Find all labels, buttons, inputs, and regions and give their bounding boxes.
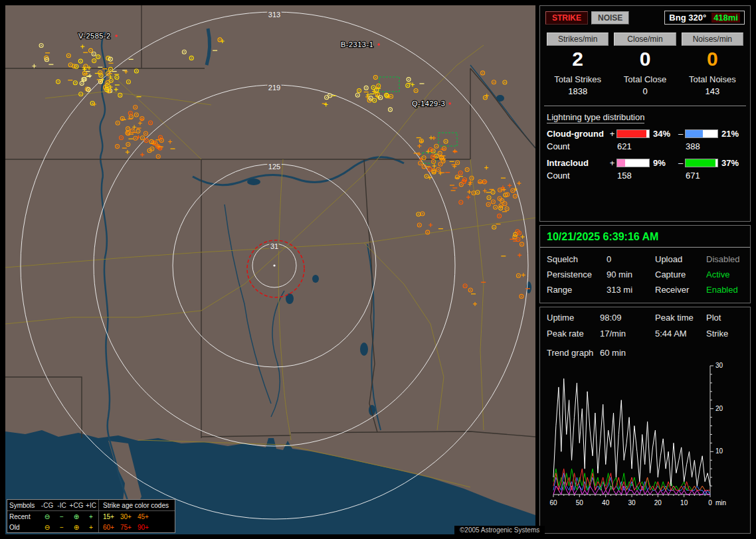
range-value: 313 mi bbox=[607, 285, 655, 295]
receiver-center-marker bbox=[273, 264, 275, 266]
plus-sign: + bbox=[608, 158, 616, 168]
ring-label-313: 313 bbox=[268, 11, 280, 19]
capture-status: Active bbox=[706, 270, 743, 279]
age-code-90+: 90+ bbox=[138, 524, 149, 531]
total-noises-label: Total Noises bbox=[682, 74, 743, 84]
legend-symbols-header: Symbols bbox=[9, 502, 40, 509]
legend-old-label: Old bbox=[9, 524, 40, 531]
plus-sign: + bbox=[608, 129, 616, 139]
persistence-value: 90 min bbox=[607, 270, 655, 279]
ic-minus-bar bbox=[685, 159, 718, 167]
side-panel: STRIKE NOISE Bng 320° 418mi Strikes/min … bbox=[539, 5, 751, 534]
svg-text:20: 20 bbox=[715, 405, 723, 412]
roads bbox=[5, 45, 535, 487]
strike-mode-button[interactable]: STRIKE bbox=[545, 11, 588, 25]
close-per-min-button[interactable]: Close/min bbox=[614, 33, 676, 46]
minus-sign: – bbox=[676, 158, 685, 168]
legend-recent-label: Recent bbox=[9, 513, 40, 520]
legend-col-ic-neg: -IC bbox=[54, 502, 69, 509]
total-noises-value: 143 bbox=[682, 86, 743, 96]
minus-sign: – bbox=[676, 129, 685, 139]
squelch-label: Squelch bbox=[547, 254, 607, 264]
trend-graph-label: Trend graph bbox=[547, 348, 600, 358]
cg-plus-count: 621 bbox=[616, 141, 650, 151]
savannah-river bbox=[470, 65, 535, 148]
lightning-distribution-table: Cloud-ground + 34% – 21% Count 621 388 I… bbox=[544, 127, 746, 182]
noise-mode-button[interactable]: NOISE bbox=[591, 11, 629, 25]
map-canvas: 313 219 125 31 V-2585-2B-2313-1Q-1429-3 bbox=[5, 5, 535, 534]
legend-col-cg-pos: +CG bbox=[69, 502, 84, 509]
ic-pos-old-icon: + bbox=[84, 524, 98, 531]
trend-chart: 1020306050403020100min bbox=[547, 359, 743, 528]
mode-toolbar: STRIKE NOISE Bng 320° 418mi bbox=[544, 9, 746, 26]
svg-text:50: 50 bbox=[576, 499, 584, 506]
svg-text:20: 20 bbox=[654, 499, 662, 506]
total-strikes-label: Total Strikes bbox=[547, 74, 609, 84]
ic-count-label: Count bbox=[547, 171, 608, 181]
uptime-label: Uptime bbox=[547, 313, 600, 323]
total-close-value: 0 bbox=[614, 86, 676, 96]
cg-plus-bar bbox=[616, 129, 650, 138]
cg-neg-old-icon: ⊖ bbox=[40, 524, 54, 531]
lightning-map[interactable]: 313 219 125 31 V-2585-2B-2313-1Q-1429-3 … bbox=[5, 5, 535, 534]
divider bbox=[544, 106, 746, 106]
ring-label-31: 31 bbox=[270, 242, 278, 250]
trend-header: Trend graph 60 min bbox=[547, 348, 743, 358]
plot-mode-value: Strike bbox=[706, 329, 743, 339]
app-window: 313 219 125 31 V-2585-2B-2313-1Q-1429-3 … bbox=[0, 0, 756, 539]
trend-chart-canvas: 1020306050403020100min bbox=[547, 362, 741, 520]
age-code-15+: 15+ bbox=[103, 513, 114, 520]
lake bbox=[312, 275, 319, 283]
tennessee-river bbox=[193, 157, 404, 185]
ic-minus-count: 671 bbox=[685, 171, 718, 181]
squelch-value: 0 bbox=[607, 254, 655, 264]
kentucky-lake bbox=[207, 29, 210, 65]
settings-grid: Squelch 0 Upload Disabled Persistence 90… bbox=[547, 254, 743, 295]
legend-header-row: Symbols -CG -IC +CG +IC Strike age color… bbox=[7, 500, 175, 511]
cg-neg-recent-icon: ⊖ bbox=[40, 513, 54, 520]
cg-pos-recent-icon: ⊕ bbox=[69, 513, 84, 520]
peak-time-label: Peak time bbox=[655, 313, 706, 323]
cg-plus-percent: 34% bbox=[650, 129, 676, 139]
intracloud-label: Intracloud bbox=[547, 158, 608, 168]
trend-window-value: 60 min bbox=[600, 348, 743, 358]
status-grid: Uptime 98:09 Peak time Plot Peak rate 17… bbox=[547, 313, 743, 339]
age-code-45+: 45+ bbox=[138, 513, 149, 520]
receiver-status: Enabled bbox=[706, 285, 743, 295]
ring-label-125: 125 bbox=[268, 163, 280, 171]
capture-label: Capture bbox=[655, 270, 706, 279]
legend-col-ic-pos: +IC bbox=[84, 502, 98, 509]
lake bbox=[247, 179, 260, 185]
peak-rate-value: 17/min bbox=[600, 329, 655, 339]
upload-label: Upload bbox=[655, 254, 706, 264]
close-per-min-value: 0 bbox=[614, 48, 676, 70]
uptime-value: 98:09 bbox=[600, 313, 655, 323]
svg-text:V-2585-2: V-2585-2 bbox=[78, 32, 111, 40]
cg-minus-bar bbox=[685, 129, 718, 138]
legend-age-header: Strike age color codes bbox=[98, 500, 173, 510]
ic-pos-recent-icon: + bbox=[84, 513, 98, 520]
distribution-title: Lightning type distribution bbox=[547, 112, 644, 123]
peak-rate-label: Peak rate bbox=[547, 329, 600, 339]
legend-recent-row: Recent ⊖ − ⊕ + 15+30+45+ bbox=[7, 511, 175, 522]
upload-status: Disabled bbox=[706, 254, 743, 264]
svg-text:B-2313-1: B-2313-1 bbox=[341, 40, 373, 48]
alabama-river bbox=[271, 291, 284, 417]
tombigbee-river bbox=[225, 204, 271, 404]
clock-panel: 10/21/2025 6:39:16 AM Squelch 0 Upload D… bbox=[539, 225, 751, 303]
bearing-value: Bng 320° bbox=[669, 13, 706, 23]
age-code-30+: 30+ bbox=[120, 513, 132, 520]
ic-plus-percent: 9% bbox=[650, 158, 676, 168]
lake bbox=[360, 343, 368, 356]
legend-col-cg-neg: -CG bbox=[40, 502, 54, 509]
plot-label: Plot bbox=[706, 313, 743, 323]
range-label: Range bbox=[547, 285, 607, 295]
ic-neg-recent-icon: − bbox=[54, 513, 69, 520]
cg-pos-old-icon: ⊕ bbox=[69, 524, 84, 531]
noises-per-min-value: 0 bbox=[682, 48, 743, 70]
noises-per-min-button[interactable]: Noises/min bbox=[682, 33, 743, 46]
storm-tracker-labels: V-2585-2B-2313-1Q-1429-3 bbox=[78, 32, 451, 108]
map-legend: Symbols -CG -IC +CG +IC Strike age color… bbox=[7, 499, 175, 533]
svg-text:30: 30 bbox=[715, 362, 723, 369]
strikes-per-min-button[interactable]: Strikes/min bbox=[547, 33, 609, 46]
